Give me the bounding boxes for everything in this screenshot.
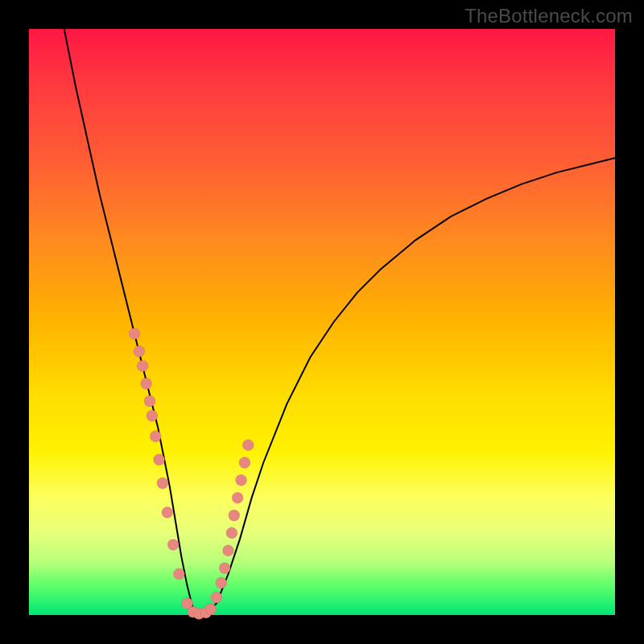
scatter-group xyxy=(129,328,254,620)
scatter-dot xyxy=(137,361,148,372)
plot-area xyxy=(29,29,615,615)
scatter-dot xyxy=(147,410,158,421)
scatter-dot xyxy=(239,457,250,469)
scatter-dot xyxy=(223,545,234,556)
scatter-dot xyxy=(236,475,247,486)
scatter-dot xyxy=(144,395,155,407)
chart-container: TheBottleneck.com xyxy=(0,0,644,644)
scatter-dot xyxy=(129,328,140,340)
scatter-dot xyxy=(134,345,145,357)
scatter-dot xyxy=(216,577,227,588)
scatter-dot xyxy=(173,568,184,580)
chart-svg xyxy=(29,29,615,615)
scatter-dot xyxy=(150,431,161,442)
scatter-dot xyxy=(162,507,173,518)
scatter-dot xyxy=(141,378,152,389)
scatter-dot xyxy=(226,527,237,539)
scatter-dot xyxy=(167,539,179,551)
bottleneck-curve xyxy=(64,29,615,615)
scatter-dot xyxy=(211,592,222,603)
scatter-dot xyxy=(232,492,243,503)
scatter-dot xyxy=(242,440,254,451)
scatter-dot xyxy=(157,477,168,489)
scatter-dot xyxy=(219,563,230,574)
scatter-dot xyxy=(154,454,165,465)
watermark-text: TheBottleneck.com xyxy=(464,5,633,27)
scatter-dot xyxy=(205,604,217,615)
scatter-dot xyxy=(229,510,240,521)
